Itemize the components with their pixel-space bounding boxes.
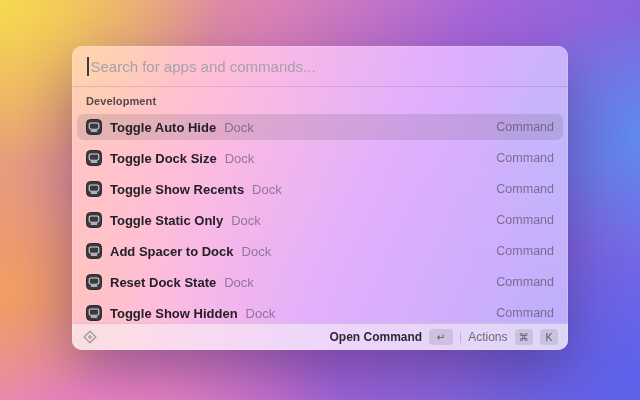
command-palette-window: Development Toggle Auto Hide Dock Comman… (72, 46, 568, 350)
text-cursor (87, 57, 89, 76)
cmd-key[interactable]: ⌘ (515, 329, 534, 345)
command-list-item[interactable]: Toggle Auto Hide Dock Command (77, 114, 563, 140)
command-subtitle: Dock (224, 275, 254, 290)
dock-settings-icon (86, 305, 102, 321)
dock-settings-icon (86, 212, 102, 228)
footer-bar: Open Command ↵ Actions ⌘ K (72, 323, 568, 350)
actions-label[interactable]: Actions (468, 330, 507, 344)
command-type-badge: Command (496, 306, 554, 320)
command-subtitle: Dock (225, 151, 255, 166)
command-list-item[interactable]: Toggle Dock Size Dock Command (77, 145, 563, 171)
command-title: Toggle Static Only (110, 213, 223, 228)
command-subtitle: Dock (224, 120, 254, 135)
command-title: Toggle Show Recents (110, 182, 244, 197)
command-title: Toggle Dock Size (110, 151, 217, 166)
command-subtitle: Dock (252, 182, 282, 197)
command-subtitle: Dock (242, 244, 272, 259)
dock-settings-icon (86, 119, 102, 135)
command-type-badge: Command (496, 120, 554, 134)
footer-divider (460, 332, 461, 343)
command-type-badge: Command (496, 275, 554, 289)
command-type-badge: Command (496, 151, 554, 165)
command-type-badge: Command (496, 182, 554, 196)
command-title: Reset Dock State (110, 275, 216, 290)
command-list-item[interactable]: Toggle Show Recents Dock Command (77, 176, 563, 202)
search-input[interactable] (91, 58, 554, 75)
command-subtitle: Dock (246, 306, 276, 321)
command-title: Add Spacer to Dock (110, 244, 234, 259)
command-list-item[interactable]: Toggle Static Only Dock Command (77, 207, 563, 233)
dock-settings-icon (86, 243, 102, 259)
raycast-logo-icon (82, 329, 98, 345)
command-type-badge: Command (496, 244, 554, 258)
command-list-item[interactable]: Toggle Show Hidden Dock Command (77, 300, 563, 323)
command-type-badge: Command (496, 213, 554, 227)
open-command-label[interactable]: Open Command (329, 330, 422, 344)
dock-settings-icon (86, 181, 102, 197)
dock-settings-icon (86, 150, 102, 166)
command-list-item[interactable]: Reset Dock State Dock Command (77, 269, 563, 295)
return-key[interactable]: ↵ (429, 329, 453, 345)
k-key[interactable]: K (540, 329, 558, 345)
footer-actions: Open Command ↵ Actions ⌘ K (329, 329, 558, 345)
desktop-background: Development Toggle Auto Hide Dock Comman… (0, 0, 640, 400)
search-bar[interactable] (72, 46, 568, 86)
command-list-item[interactable]: Add Spacer to Dock Dock Command (77, 238, 563, 264)
command-title: Toggle Show Hidden (110, 306, 238, 321)
section-header-development: Development (72, 87, 568, 113)
command-subtitle: Dock (231, 213, 261, 228)
command-title: Toggle Auto Hide (110, 120, 216, 135)
command-list: Toggle Auto Hide Dock Command Toggle Doc… (72, 113, 568, 323)
dock-settings-icon (86, 274, 102, 290)
